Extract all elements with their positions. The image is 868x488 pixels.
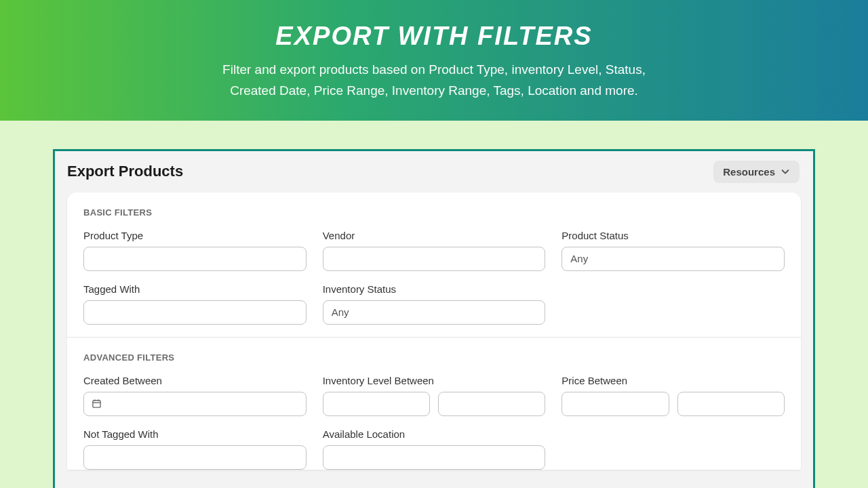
app-frame: Export Products Resources BASIC FILTERS … — [53, 149, 815, 488]
available-location-label: Available Location — [323, 428, 546, 440]
banner-title: EXPORT WITH FILTERS — [27, 22, 841, 51]
product-status-select[interactable]: Any — [561, 247, 785, 271]
product-type-label: Product Type — [83, 230, 307, 241]
product-type-input[interactable] — [83, 247, 307, 271]
resources-label: Resources — [723, 166, 775, 178]
inventory-level-max-input[interactable] — [438, 392, 545, 416]
promo-banner: EXPORT WITH FILTERS Filter and export pr… — [0, 0, 868, 121]
vendor-label: Vendor — [323, 230, 546, 241]
not-tagged-with-input[interactable] — [83, 445, 307, 470]
resources-button[interactable]: Resources — [713, 161, 800, 183]
banner-subtitle: Filter and export products based on Prod… — [27, 59, 841, 102]
inventory-level-min-input[interactable] — [323, 392, 430, 416]
page-title: Export Products — [67, 163, 183, 180]
available-location-input[interactable] — [323, 445, 546, 470]
divider — [67, 337, 801, 338]
calendar-icon — [91, 399, 102, 409]
inventory-status-select[interactable]: Any — [323, 300, 546, 325]
advanced-filters-heading: ADVANCED FILTERS — [83, 352, 785, 363]
app-header: Export Products Resources — [55, 151, 813, 192]
inventory-level-between-label: Inventory Level Between — [323, 375, 546, 386]
tagged-with-input[interactable] — [83, 300, 307, 325]
chevron-down-icon — [781, 167, 790, 176]
not-tagged-with-label: Not Tagged With — [83, 428, 307, 440]
created-between-input[interactable] — [83, 392, 307, 416]
price-max-input[interactable] — [677, 392, 785, 416]
spacer — [561, 283, 785, 325]
product-status-label: Product Status — [561, 230, 785, 241]
spacer — [561, 428, 785, 470]
price-between-label: Price Between — [561, 375, 785, 386]
tagged-with-label: Tagged With — [83, 283, 307, 295]
inventory-status-label: Inventory Status — [323, 283, 546, 295]
svg-rect-0 — [92, 401, 100, 407]
created-between-label: Created Between — [83, 375, 307, 386]
filters-card: BASIC FILTERS Product Type Vendor Produc… — [67, 192, 801, 470]
vendor-input[interactable] — [323, 247, 546, 271]
price-min-input[interactable] — [561, 392, 669, 416]
basic-filters-heading: BASIC FILTERS — [83, 207, 785, 218]
